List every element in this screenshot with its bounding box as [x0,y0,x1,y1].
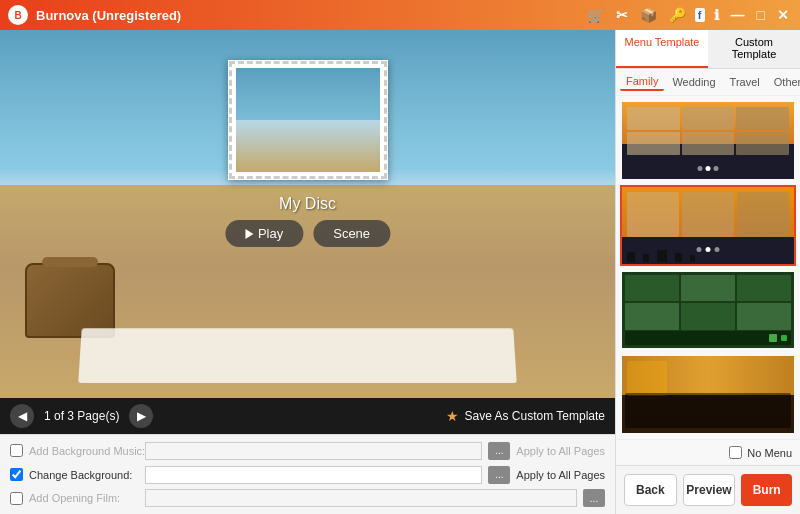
change-bg-checkbox[interactable] [10,468,23,481]
prev-page-button[interactable]: ◀ [10,404,34,428]
bg-music-row: Add Background Music: ... Apply to All P… [10,441,605,461]
no-menu-checkbox[interactable] [729,446,742,459]
change-bg-browse-button[interactable]: ... [488,466,510,484]
preview-area: My Disc Play Scene [0,30,615,398]
close-icon[interactable]: ✕ [774,7,792,23]
cat-wedding[interactable]: Wedding [666,74,721,90]
main-content: My Disc Play Scene ◀ 1 of 3 Page(s) ▶ ★ … [0,30,800,514]
bottom-controls: Add Background Music: ... Apply to All P… [0,434,615,514]
cat-others[interactable]: Others [768,74,800,90]
box-icon[interactable]: 📦 [637,7,660,23]
bg-music-apply-label: Apply to All Pages [516,445,605,457]
info-icon[interactable]: ℹ [711,7,722,23]
opening-film-checkbox[interactable] [10,492,23,505]
play-button[interactable]: Play [225,220,303,247]
disc-buttons: Play Scene [225,220,390,247]
back-button[interactable]: Back [624,474,677,506]
stamp-frame [228,60,388,180]
tab-custom-template[interactable]: Custom Template [708,30,800,68]
category-tabs: Family Wedding Travel Others ▶ [616,69,800,96]
blanket [78,328,517,383]
facebook-icon[interactable]: f [695,8,705,22]
cat-travel[interactable]: Travel [724,74,766,90]
no-menu-row: No Menu [616,439,800,465]
shop-icon[interactable]: 🛒 [584,7,607,23]
bg-music-label: Add Background Music: [29,445,139,457]
basket [25,263,115,338]
template-item-3[interactable] [620,270,796,351]
no-menu-label: No Menu [747,447,792,459]
window-controls: 🛒 ✂ 📦 🔑 f ℹ — □ ✕ [584,7,792,23]
template-list [616,96,800,439]
key-icon[interactable]: 🔑 [666,7,689,23]
change-bg-input[interactable]: F:/Chrome/pexels-leeloo-thefirst-8908606… [145,466,482,484]
change-bg-label: Change Background: [29,469,139,481]
scene-button[interactable]: Scene [313,220,390,247]
template-item-4[interactable] [620,354,796,435]
template-item-2[interactable] [620,185,796,266]
next-page-button[interactable]: ▶ [129,404,153,428]
action-buttons: Back Preview Burn [616,465,800,514]
page-info: 1 of 3 Page(s) [44,409,119,423]
disc-title: My Disc [279,195,336,213]
save-template-button[interactable]: ★ Save As Custom Template [446,408,605,424]
scissors-icon[interactable]: ✂ [613,7,631,23]
template-item-1[interactable] [620,100,796,181]
change-bg-row: Change Background: F:/Chrome/pexels-leel… [10,465,605,485]
star-icon: ★ [446,408,459,424]
burn-button[interactable]: Burn [741,474,792,506]
opening-film-browse-button[interactable]: ... [583,489,605,507]
app-logo: B [8,5,28,25]
cat-family[interactable]: Family [620,73,664,91]
opening-film-label: Add Opening Film: [29,492,139,504]
template-tabs: Menu Template Custom Template [616,30,800,69]
minimize-icon[interactable]: — [728,7,748,23]
change-bg-apply-label: Apply to All Pages [516,469,605,481]
app-title: Burnova (Unregistered) [36,8,181,23]
bg-music-checkbox[interactable] [10,444,23,457]
maximize-icon[interactable]: □ [754,7,768,23]
opening-film-input[interactable] [145,489,577,507]
titlebar: B Burnova (Unregistered) 🛒 ✂ 📦 🔑 f ℹ — □… [0,0,800,30]
nav-bar: ◀ 1 of 3 Page(s) ▶ ★ Save As Custom Temp… [0,398,615,434]
bg-music-input[interactable] [145,442,482,460]
bg-music-browse-button[interactable]: ... [488,442,510,460]
left-area: My Disc Play Scene ◀ 1 of 3 Page(s) ▶ ★ … [0,30,615,514]
preview-button[interactable]: Preview [683,474,736,506]
opening-film-row: Add Opening Film: ... [10,488,605,508]
right-panel: Menu Template Custom Template Family Wed… [615,30,800,514]
play-triangle-icon [245,229,253,239]
stamp-image [236,68,380,172]
tab-menu-template[interactable]: Menu Template [616,30,708,68]
